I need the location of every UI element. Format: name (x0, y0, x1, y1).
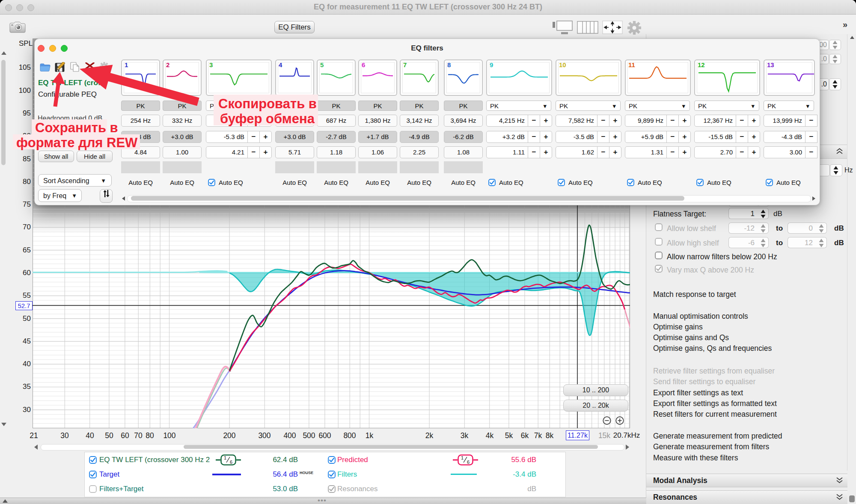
svg-text:1: 1 (224, 455, 226, 460)
svg-text:1: 1 (461, 455, 464, 460)
svg-text:6: 6 (467, 460, 470, 465)
svg-text:6: 6 (230, 460, 232, 465)
